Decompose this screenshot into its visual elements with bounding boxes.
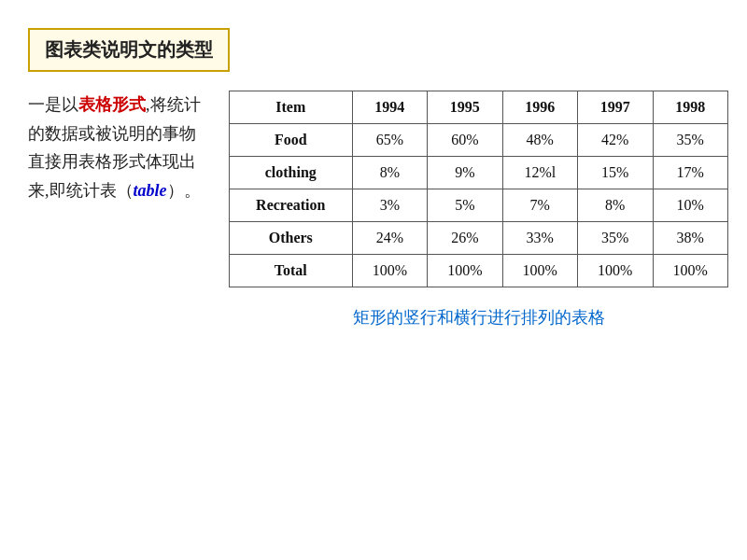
slide: 图表类说明文的类型 一是以表格形式,将统计的数据或被说明的事物直接用表格形式体现… [0, 0, 747, 560]
col-header-1997: 1997 [578, 91, 653, 124]
table-row: Others24%26%33%35%38% [230, 222, 728, 255]
table-cell: clothing [230, 157, 353, 189]
col-header-1996: 1996 [502, 91, 577, 124]
data-table: Item 1994 1995 1996 1997 1998 Food65%60%… [229, 91, 728, 287]
table-cell: 26% [428, 222, 502, 255]
table-cell: 35% [578, 222, 653, 255]
table-cell: 42% [578, 124, 653, 157]
table-cell: 100% [428, 255, 502, 287]
table-keyword: table [134, 181, 167, 200]
col-header-1998: 1998 [653, 91, 728, 124]
col-header-1995: 1995 [428, 91, 502, 124]
table-cell: Others [230, 222, 353, 255]
table-cell: 100% [352, 255, 427, 287]
table-cell: 12%l [502, 157, 577, 189]
table-cell: 7% [502, 189, 577, 222]
slide-title: 图表类说明文的类型 [45, 39, 213, 60]
content-area: 一是以表格形式,将统计的数据或被说明的事物直接用表格形式体现出来,即统计表（ta… [28, 91, 728, 329]
col-header-1994: 1994 [352, 91, 427, 124]
table-cell: Food [230, 124, 353, 157]
table-caption: 矩形的竖行和横行进行排列的表格 [229, 306, 728, 329]
title-box: 图表类说明文的类型 [28, 28, 230, 72]
table-cell: 48% [502, 124, 577, 157]
table-cell: 100% [653, 255, 728, 287]
table-cell: Recreation [230, 189, 353, 222]
table-cell: 15% [578, 157, 653, 189]
table-cell: 8% [578, 189, 653, 222]
table-cell: 8% [352, 157, 427, 189]
table-cell: Total [230, 255, 353, 287]
table-row: Food65%60%48%42%35% [230, 124, 728, 157]
table-row: clothing8%9%12%l15%17% [230, 157, 728, 189]
table-cell: 24% [352, 222, 427, 255]
col-header-item: Item [230, 91, 353, 124]
table-row: Recreation3%5%7%8%10% [230, 189, 728, 222]
table-container: Item 1994 1995 1996 1997 1998 Food65%60%… [229, 91, 728, 329]
table-cell: 9% [428, 157, 502, 189]
table-header-row: Item 1994 1995 1996 1997 1998 [230, 91, 728, 124]
table-cell: 38% [653, 222, 728, 255]
table-row: Total100%100%100%100%100% [230, 255, 728, 287]
table-cell: 17% [653, 157, 728, 189]
table-cell: 33% [502, 222, 577, 255]
table-cell: 10% [653, 189, 728, 222]
left-text: 一是以表格形式,将统计的数据或被说明的事物直接用表格形式体现出来,即统计表（ta… [28, 91, 210, 204]
table-cell: 100% [578, 255, 653, 287]
table-cell: 60% [428, 124, 502, 157]
table-cell: 35% [653, 124, 728, 157]
highlight-tableformat: 表格形式 [78, 95, 146, 114]
table-cell: 65% [352, 124, 427, 157]
table-cell: 100% [502, 255, 577, 287]
table-cell: 5% [428, 189, 502, 222]
table-cell: 3% [352, 189, 427, 222]
